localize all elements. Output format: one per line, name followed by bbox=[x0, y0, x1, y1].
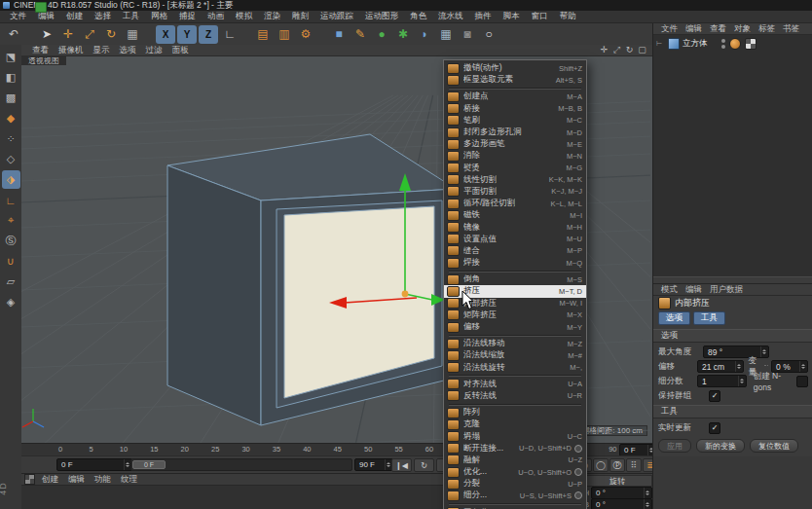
workplane-lock-button[interactable]: ▱ bbox=[2, 273, 20, 291]
context-menu-item[interactable]: 熨烫 M~G bbox=[444, 163, 586, 174]
keep-group-checkbox[interactable] bbox=[709, 390, 720, 402]
snap-toggle-button[interactable]: Ⓢ bbox=[2, 232, 20, 250]
move-tool[interactable]: ✛ bbox=[58, 25, 78, 44]
context-menu-item[interactable]: 循环/路径切割 K~L, M~L bbox=[444, 198, 586, 209]
viewport-menu-item[interactable]: 选项 bbox=[115, 45, 141, 56]
context-menu-item[interactable]: 偏移 M~Y bbox=[444, 321, 586, 333]
object-manager-menu-item[interactable]: 查看 bbox=[706, 23, 730, 35]
rotate-tool[interactable]: ↻ bbox=[101, 25, 121, 44]
attribute-menu-item[interactable]: 编辑 bbox=[682, 284, 706, 296]
menu-item[interactable]: 文件 bbox=[4, 11, 32, 22]
object-manager-menu-item[interactable]: 书签 bbox=[779, 23, 803, 35]
record-position-button[interactable]: Ⓟ bbox=[609, 458, 625, 472]
rotation-b-field[interactable]: 0 ° bbox=[591, 498, 652, 509]
workplane-mode-button[interactable]: ◆ bbox=[2, 109, 20, 127]
context-menu-item[interactable]: 融解 U~Z bbox=[444, 454, 586, 466]
context-menu-item[interactable]: 沿法线缩放 M~# bbox=[444, 349, 586, 361]
apply-button[interactable]: 应用 bbox=[658, 439, 691, 453]
render-view-button[interactable]: ▤ bbox=[253, 25, 273, 44]
material-menu-item[interactable]: 编辑 bbox=[63, 474, 90, 486]
end-frame-field[interactable]: 90 F bbox=[354, 458, 393, 471]
toggle-panel-icon[interactable]: ▢ bbox=[636, 45, 648, 55]
undo-button[interactable]: ↶ bbox=[4, 25, 23, 44]
polygon-selection-tag-icon[interactable] bbox=[745, 38, 757, 50]
visibility-dots-icon[interactable] bbox=[721, 39, 725, 49]
render-region-button[interactable]: ▥ bbox=[275, 25, 294, 44]
menu-item[interactable]: 动画 bbox=[202, 11, 230, 22]
menu-item[interactable]: 脚本 bbox=[498, 11, 526, 22]
live-selection-tool[interactable]: ➤ bbox=[37, 25, 56, 44]
context-menu-item[interactable]: 设置点值 M~U bbox=[444, 234, 586, 245]
viewport-solo-button[interactable]: ⌖ bbox=[2, 211, 20, 230]
toolbar-button[interactable] bbox=[241, 25, 251, 44]
context-menu-item[interactable]: 平面切割 K~J, M~J bbox=[444, 186, 586, 198]
context-menu-item[interactable]: 桥接 M~B, B bbox=[444, 103, 586, 115]
timeline-slider[interactable]: 0 F bbox=[130, 458, 352, 471]
offset-field[interactable]: 21 cm bbox=[697, 360, 744, 373]
toolbar-button[interactable] bbox=[144, 25, 154, 44]
menu-item[interactable]: 捕捉 bbox=[173, 11, 202, 22]
menu-item[interactable]: 创建 bbox=[60, 11, 89, 22]
coordinate-system-toggle[interactable]: ∟ bbox=[220, 25, 240, 44]
object-name[interactable]: 立方体 bbox=[683, 38, 708, 50]
subdivision-surface-menu[interactable]: ● bbox=[372, 25, 391, 44]
make-editable-button[interactable]: ⬔ bbox=[2, 48, 20, 66]
context-menu-item[interactable]: 消除 M~N bbox=[444, 150, 586, 162]
texture-mode-button[interactable]: ▩ bbox=[2, 89, 20, 107]
toolbar-button[interactable] bbox=[25, 25, 35, 44]
menu-item[interactable]: 插件 bbox=[469, 11, 498, 22]
menu-item[interactable]: 工具 bbox=[117, 11, 145, 22]
stepper-icon[interactable] bbox=[644, 499, 651, 509]
menu-item[interactable]: 帮助 bbox=[554, 11, 582, 22]
stepper-icon[interactable] bbox=[799, 361, 807, 372]
context-menu-item[interactable]: 克隆 bbox=[444, 418, 586, 430]
object-row-cube[interactable]: ⊢ 立方体 bbox=[653, 37, 812, 50]
goto-start-button[interactable]: ❙◀ bbox=[391, 458, 412, 472]
subdivision-field[interactable]: 1 bbox=[697, 375, 747, 387]
menu-item[interactable]: 雕刻 bbox=[286, 11, 314, 22]
context-menu-item[interactable]: 断开连接... U~D, U~Shift+D bbox=[444, 443, 586, 454]
context-menu-item[interactable]: 框显选取元素 Alt+S, S bbox=[444, 74, 586, 86]
axis-y-lock[interactable]: Y bbox=[177, 25, 197, 44]
context-menu-item[interactable]: 沿法线移动 M~Z bbox=[444, 338, 586, 349]
object-manager-menu-item[interactable]: 编辑 bbox=[682, 23, 706, 35]
render-settings-button[interactable]: ⚙ bbox=[296, 25, 315, 44]
options-dot-icon[interactable] bbox=[574, 445, 582, 453]
context-menu-item[interactable]: 沿法线旋转 M~, bbox=[444, 362, 586, 374]
context-menu-item[interactable]: 倒角 M~S bbox=[444, 273, 586, 285]
rotate-view-icon[interactable]: ↻ bbox=[623, 45, 636, 55]
object-manager-menu-item[interactable]: 文件 bbox=[657, 23, 682, 35]
stepper-icon[interactable] bbox=[644, 488, 651, 498]
material-menu-item[interactable]: 功能 bbox=[90, 474, 116, 486]
context-menu-item[interactable]: 矩阵挤压 M~X bbox=[444, 309, 586, 321]
viewport-menu-item[interactable]: 面板 bbox=[167, 45, 194, 56]
tab-tool[interactable]: 工具 bbox=[693, 311, 725, 325]
menu-item[interactable]: 角色 bbox=[404, 11, 432, 22]
viewport-menu-item[interactable]: 过滤 bbox=[141, 45, 167, 56]
context-menu-item[interactable]: 反转法线 U~R bbox=[444, 390, 586, 402]
object-manager-menu-item[interactable]: 对象 bbox=[730, 23, 755, 35]
expand-arrow-icon[interactable]: ⊢ bbox=[656, 40, 662, 48]
material-menu-item[interactable]: 创建 bbox=[37, 474, 63, 486]
plane-snap-button[interactable]: ◈ bbox=[2, 293, 20, 311]
context-menu-item[interactable]: 阵列 bbox=[444, 407, 586, 418]
camera-menu[interactable]: ◙ bbox=[458, 25, 477, 44]
context-menu-item[interactable]: 撤销(动作) Shift+Z bbox=[444, 62, 586, 74]
generators-menu[interactable]: ✱ bbox=[393, 25, 413, 44]
attribute-menu-item[interactable]: 模式 bbox=[657, 284, 682, 296]
pen-spline-menu[interactable]: ✎ bbox=[351, 25, 370, 44]
viewport-menu-item[interactable]: 显示 bbox=[89, 45, 115, 56]
stepper-icon[interactable] bbox=[738, 376, 746, 386]
timeline-slider-grip[interactable]: 0 F bbox=[132, 460, 166, 469]
menu-item[interactable]: 选择 bbox=[89, 11, 117, 22]
last-used-tool[interactable]: ▦ bbox=[123, 25, 142, 44]
pan-view-icon[interactable]: ✛ bbox=[598, 45, 610, 55]
context-menu-item[interactable]: 分裂 U~P bbox=[444, 478, 586, 490]
context-menu-item[interactable]: 封闭多边形孔洞 M~D bbox=[444, 127, 586, 138]
context-menu-item[interactable]: 优化... U~O, U~Shift+O bbox=[444, 466, 586, 478]
tab-options[interactable]: 选项 bbox=[658, 311, 690, 325]
context-menu-item[interactable]: 镜像 M~H bbox=[444, 221, 586, 233]
menu-item[interactable]: 模拟 bbox=[230, 11, 258, 22]
context-menu-item[interactable]: 焊接 M~Q bbox=[444, 257, 586, 269]
context-menu-item[interactable]: 细分... U~S, U~Shift+S bbox=[444, 490, 586, 501]
